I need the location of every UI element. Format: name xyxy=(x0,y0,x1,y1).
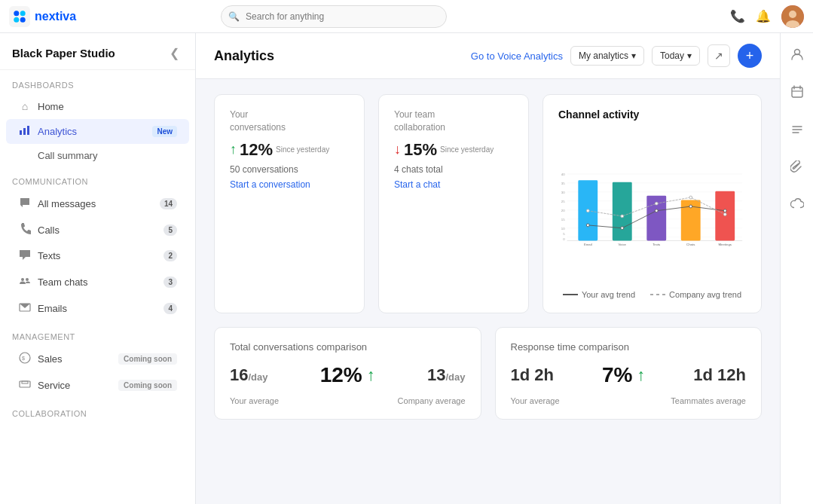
svg-point-55 xyxy=(723,213,726,216)
main-content: Analytics Go to Voice Analytics My analy… xyxy=(196,33,780,504)
cloud-icon[interactable] xyxy=(785,193,809,217)
response-teammates-label: Teammates average xyxy=(671,396,746,405)
svg-text:Chats: Chats xyxy=(686,243,695,246)
response-comparison-values: 1d 2h 7% ↑ 1d 12h xyxy=(511,363,747,387)
texts-label: Texts xyxy=(38,250,157,261)
section-collaboration-label: Collaboration xyxy=(0,399,195,423)
conversations-card-label: Yourconversations xyxy=(230,108,349,134)
start-conversation-link[interactable]: Start a conversation xyxy=(230,179,349,190)
svg-rect-16 xyxy=(20,381,30,387)
page-title: Analytics xyxy=(214,48,462,64)
texts-badge: 2 xyxy=(164,250,177,261)
share-icon: ↗ xyxy=(714,50,723,62)
phone-icon[interactable]: 📞 xyxy=(730,9,745,23)
sidebar-item-home[interactable]: ⌂ Home xyxy=(6,95,189,118)
service-icon xyxy=(18,378,32,393)
paperclip-icon[interactable] xyxy=(785,155,809,179)
share-button[interactable]: ↗ xyxy=(708,44,730,67)
svg-text:10: 10 xyxy=(561,227,565,231)
today-label: Today xyxy=(660,50,684,61)
svg-point-12 xyxy=(26,278,29,281)
add-icon: + xyxy=(746,48,754,64)
collaboration-count: 4 chats total xyxy=(394,164,513,175)
sales-coming-soon-badge: Coming soon xyxy=(118,353,177,365)
service-coming-soon-badge: Coming soon xyxy=(118,380,177,391)
svg-point-6 xyxy=(789,11,796,18)
analytics-new-badge: New xyxy=(152,126,177,137)
person-icon[interactable] xyxy=(785,42,809,66)
collaboration-down-arrow: ↓ xyxy=(394,142,401,157)
total-up-arrow: ↑ xyxy=(367,365,375,385)
total-company-avg: 13/day xyxy=(427,365,466,385)
cards-area: Yourconversations ↑ 12% Since yesterday … xyxy=(196,79,780,435)
workspace-name: Black Paper Studio xyxy=(12,47,115,60)
calendar-icon[interactable] xyxy=(785,80,809,104)
team-collaboration-card: Your teamcollaboration ↓ 15% Since yeste… xyxy=(378,94,529,313)
sidebar-item-texts[interactable]: Texts 2 xyxy=(6,243,189,268)
content-header: Analytics Go to Voice Analytics My analy… xyxy=(196,33,780,79)
all-messages-label: All messages xyxy=(38,198,154,209)
collaboration-since-label: Since yesterday xyxy=(440,145,494,154)
svg-rect-17 xyxy=(22,381,28,383)
svg-text:25: 25 xyxy=(561,200,565,203)
company-avg-legend-label: Company avg trend xyxy=(669,290,741,299)
response-comparison-labels: Your average Teammates average xyxy=(511,396,747,405)
today-dropdown[interactable]: Today ▾ xyxy=(652,46,700,66)
sidebar-item-call-summary[interactable]: Call summary xyxy=(6,145,189,166)
avatar[interactable] xyxy=(781,5,804,28)
sidebar-item-team-chats[interactable]: Team chats 3 xyxy=(6,270,189,295)
company-avg-legend: Company avg trend xyxy=(650,290,741,299)
logo[interactable]: nextiva xyxy=(9,6,76,27)
conversations-up-arrow: ↑ xyxy=(230,142,237,157)
channel-activity-title: Channel activity xyxy=(558,108,746,121)
notifications-icon[interactable]: 🔔 xyxy=(756,9,771,23)
all-messages-badge: 14 xyxy=(160,198,177,209)
sidebar-item-service[interactable]: Service Coming soon xyxy=(6,373,189,398)
sidebar-item-all-messages[interactable]: All messages 14 xyxy=(6,191,189,216)
top-navigation: nextiva 🔍 📞 🔔 xyxy=(0,0,813,33)
response-your-avg: 1d 2h xyxy=(511,365,554,385)
emails-label: Emails xyxy=(38,303,157,314)
channel-activity-card: Channel activity 40 35 30 25 20 15 10 5 … xyxy=(543,94,762,313)
emails-badge: 4 xyxy=(164,303,177,314)
section-management-label: Management xyxy=(0,322,195,346)
svg-point-11 xyxy=(21,278,24,281)
channel-activity-chart: 40 35 30 25 20 15 10 5 0 xyxy=(558,131,746,282)
total-comparison-labels: Your average Company average xyxy=(230,396,466,405)
svg-rect-9 xyxy=(23,128,26,135)
chart-legend: Your avg trend Company avg trend xyxy=(558,290,746,299)
svg-rect-57 xyxy=(792,87,802,97)
search-icon: 🔍 xyxy=(228,11,240,22)
sidebar-item-analytics[interactable]: Analytics New xyxy=(6,119,189,144)
sidebar-collapse-button[interactable]: ❮ xyxy=(165,44,183,62)
my-analytics-dropdown[interactable]: My analytics ▾ xyxy=(570,46,644,66)
svg-point-48 xyxy=(655,209,658,212)
response-pct-value: 7% xyxy=(602,363,632,387)
header-actions: Go to Voice Analytics My analytics ▾ Tod… xyxy=(471,44,762,68)
voice-analytics-link[interactable]: Go to Voice Analytics xyxy=(471,50,563,62)
sidebar-item-sales[interactable]: $ Sales Coming soon xyxy=(6,347,189,371)
call-summary-label: Call summary xyxy=(38,150,97,161)
svg-text:Texts: Texts xyxy=(653,243,660,246)
sidebar-item-calls[interactable]: Calls 5 xyxy=(6,218,189,242)
svg-point-53 xyxy=(655,202,658,205)
emails-icon xyxy=(18,301,32,316)
total-your-avg: 16/day xyxy=(230,365,268,385)
start-chat-link[interactable]: Start a chat xyxy=(394,179,513,190)
search-input[interactable] xyxy=(221,5,447,28)
conversations-since-label: Since yesterday xyxy=(276,145,329,154)
my-analytics-chevron-icon: ▾ xyxy=(631,50,636,61)
calls-icon xyxy=(18,223,32,237)
svg-point-50 xyxy=(723,209,726,212)
messages-icon xyxy=(18,197,32,211)
svg-point-1 xyxy=(14,11,19,16)
add-button[interactable]: + xyxy=(738,44,762,68)
svg-text:30: 30 xyxy=(561,191,565,194)
your-avg-line xyxy=(563,294,578,295)
list-icon[interactable] xyxy=(785,118,809,142)
svg-text:5: 5 xyxy=(563,232,565,236)
total-comparison-title: Total conversations comparison xyxy=(230,341,466,353)
comparison-cards-row: Total conversations comparison 16/day 12… xyxy=(214,327,762,420)
today-chevron-icon: ▾ xyxy=(687,50,692,61)
sidebar-item-emails[interactable]: Emails 4 xyxy=(6,296,189,321)
